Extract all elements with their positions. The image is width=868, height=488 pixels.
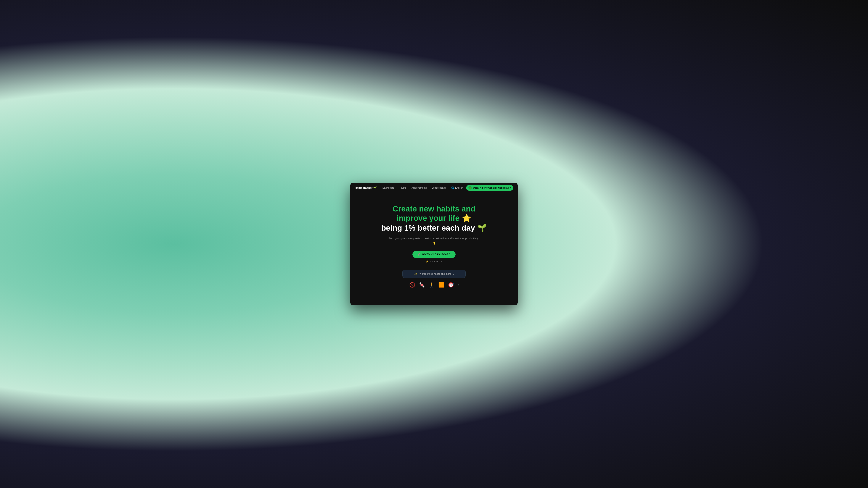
predefined-habits-pill[interactable]: ✨ 77 predefined habits and more ... xyxy=(402,270,466,278)
globe-icon: 🌐 xyxy=(451,186,454,189)
habit-icon-target: 🎯 xyxy=(448,282,454,288)
hero-title-line2: improve your life ⭐ xyxy=(381,214,487,223)
hero-title: Create new habits and improve your life … xyxy=(381,204,487,233)
dashboard-btn-label: GO TO MY DASHBOARD xyxy=(422,253,451,256)
main-content: Create new habits and improve your life … xyxy=(350,193,518,305)
nav-link-dashboard[interactable]: Dashboard xyxy=(382,186,394,189)
language-button[interactable]: 🌐 English xyxy=(451,186,463,189)
rocket-icon: 🚀 xyxy=(417,253,421,256)
hero-plant-emoji: 🌱 xyxy=(477,224,487,232)
chevron-down-icon: ▾ xyxy=(510,187,511,189)
user-menu-button[interactable]: 🌿 Oscar Alberto Ceballos Contreras ▾ xyxy=(466,185,513,191)
brand: Habit Tracker 🌱 xyxy=(355,186,377,190)
habit-icon-candy: 🍬 xyxy=(419,282,425,288)
my-habits-label: MY HABITS xyxy=(430,261,442,263)
more-indicator xyxy=(458,284,459,286)
brand-label: Habit Tracker 🌱 xyxy=(355,186,377,190)
key-icon: 🔑 xyxy=(426,261,428,263)
sparkle-decoration: ✨ xyxy=(432,241,436,245)
navbar: Habit Tracker 🌱 Dashboard Habits Achieve… xyxy=(350,183,518,193)
go-to-dashboard-button[interactable]: 🚀 GO TO MY DASHBOARD xyxy=(412,251,455,258)
user-avatar: 🌿 xyxy=(468,186,472,190)
hero-title-line1: Create new habits and xyxy=(381,204,487,214)
user-name-label: Oscar Alberto Ceballos Contreras xyxy=(473,187,509,189)
my-habits-link[interactable]: 🔑 MY HABITS xyxy=(426,261,442,263)
sparkle-icon: ✨ xyxy=(414,272,417,275)
app-window: Habit Tracker 🌱 Dashboard Habits Achieve… xyxy=(350,183,518,305)
nav-link-habits[interactable]: Habits xyxy=(399,186,406,189)
habit-icon-box: 🟧 xyxy=(438,282,444,288)
habit-icon-walk: 🚶 xyxy=(429,282,435,288)
hero-title-line3: being 1% better each day 🌱 xyxy=(381,223,487,233)
habit-icon-no: 🚫 xyxy=(409,282,415,288)
hero-subtitle: Turn your goals into quests to beat proc… xyxy=(389,236,479,240)
nav-link-achievements[interactable]: Achievements xyxy=(411,186,427,189)
nav-link-leaderboard[interactable]: Leaderboard xyxy=(432,186,446,189)
habit-icons-row: 🚫 🍬 🚶 🟧 🎯 xyxy=(409,282,459,288)
nav-right: 🌐 English 🌿 Oscar Alberto Ceballos Contr… xyxy=(451,185,513,191)
language-label: English xyxy=(455,186,463,189)
predefined-label: 77 predefined habits and more ... xyxy=(418,272,454,275)
nav-links: Dashboard Habits Achievements Leaderboar… xyxy=(382,186,446,189)
